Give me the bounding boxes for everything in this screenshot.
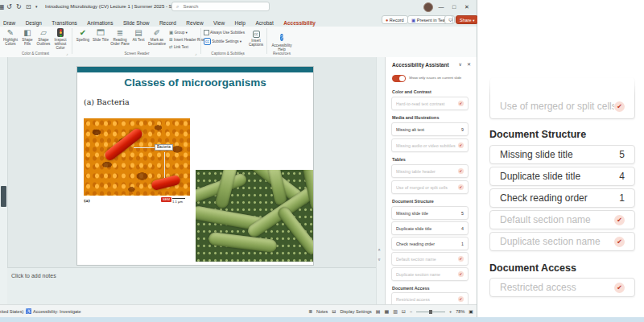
ribbon-tab-row: Draw Design Transitions Animations Slide… — [0, 14, 477, 27]
redo-icon[interactable]: ↻ — [16, 0, 22, 14]
mark-as-decorative-icon: ✐ — [147, 28, 167, 37]
notes-area[interactable]: Click to add notes — [7, 267, 376, 305]
insert-header-row-button[interactable]: ⊞ Insert Header Row — [169, 36, 204, 43]
slide-thumbnail[interactable] — [1, 186, 6, 207]
check-card[interactable]: Missing slide title 5 — [391, 206, 469, 220]
highlight-colors-button[interactable]: ✎ Highlight Colors — [2, 28, 19, 50]
slideshow-view-icon[interactable]: ⊡ — [402, 305, 406, 318]
display-settings[interactable]: Display Settings — [340, 305, 371, 318]
pane-close-icon[interactable]: ✕ — [467, 61, 471, 67]
spelling-button[interactable]: ✔ Spelling — [74, 28, 92, 50]
alt-text-button[interactable]: ▤ Alt Text — [131, 28, 146, 50]
check-label: Restricted access — [396, 297, 458, 302]
group-label-color-contrast: Color & Contrast — [10, 52, 61, 56]
share-button-label: Share — [460, 18, 472, 23]
check-label: Duplicate section name — [396, 272, 458, 277]
slide-sorter-view-icon[interactable]: ▦ — [385, 305, 390, 318]
label-leader-line — [164, 152, 165, 178]
shape-fills-icon: ◧ — [19, 28, 36, 37]
record-button[interactable]: ● Record — [382, 15, 408, 24]
slide-canvas[interactable]: Classes of microorganisms (a) Bacteria B… — [76, 66, 314, 266]
slide-bullet-text[interactable]: (a) Bacteria — [84, 97, 130, 106]
undo-icon[interactable]: ↺ — [6, 0, 12, 14]
check-card[interactable]: Duplicate section name ✔ — [391, 267, 469, 281]
check-label: Default section name — [396, 257, 458, 262]
normal-view-icon[interactable]: ▤ — [376, 305, 381, 318]
subtitle-settings-button[interactable]: cc Subtitle Settings ▾ — [204, 38, 242, 45]
issue-count: 4 — [461, 226, 464, 231]
issue-count: 5 — [461, 211, 464, 216]
group-button[interactable]: ▣ Group ▾ — [169, 29, 204, 36]
check-card[interactable]: Duplicate slide title 4 — [391, 221, 469, 235]
check-card[interactable]: Use of merged or split cells ✔ — [391, 180, 469, 194]
accessibility-help-label: Accessibility Help — [270, 43, 294, 52]
quick-access-more-icon[interactable]: ▾ — [35, 0, 38, 14]
bacteria-sem-orange-image[interactable]: Bacteria — [84, 118, 190, 196]
zoom-out-button[interactable]: − — [410, 305, 412, 318]
highlight-colors-icon: ✎ — [2, 28, 19, 37]
comments-button[interactable]: 🗩 — [444, 15, 453, 24]
check-label: Check reading order — [500, 192, 619, 204]
magnified-check-card[interactable]: Default section name ✔ — [489, 210, 635, 229]
search-input[interactable] — [181, 3, 257, 10]
bacteria-sem-green-image[interactable] — [196, 170, 313, 262]
accessibility-help-button[interactable]: ? Accessibility Help — [270, 28, 294, 50]
link-text-button[interactable]: ⇄ Link Text — [169, 43, 204, 51]
mark-as-decorative-button[interactable]: ✐ Mark as Decorative — [147, 28, 167, 50]
magnified-check-card[interactable]: Duplicate section name ✔ — [489, 232, 635, 251]
pane-collapse-icon[interactable]: ∨ — [459, 61, 462, 67]
next-slide-button[interactable]: » — [377, 258, 382, 261]
zoom-slider[interactable] — [416, 312, 445, 312]
screen-reader-dialog-launcher[interactable]: ⌟ — [195, 51, 196, 56]
color-contrast-dialog-launcher[interactable]: ⌟ — [66, 51, 68, 56]
fit-to-window-icon[interactable]: ▣ — [469, 305, 473, 318]
notes-toggle[interactable]: Notes — [316, 305, 328, 318]
avatar[interactable] — [423, 2, 433, 12]
search-box[interactable]: ⌕ — [171, 2, 270, 11]
magnified-check-card[interactable]: Missing slide title 5 — [489, 145, 635, 164]
close-button[interactable]: ✕ — [461, 0, 473, 14]
accessibility-status[interactable]: Accessibility: Investigate — [33, 305, 81, 318]
insert-captions-button[interactable]: cc Insert Captions — [248, 28, 264, 50]
magnified-check-card[interactable]: Check reading order 1 — [489, 188, 635, 208]
check-label: Restricted access — [500, 282, 614, 293]
present-from-beginning-icon[interactable]: ⊡ — [26, 0, 31, 14]
figure-sub-label: (a) — [84, 198, 90, 203]
callout-fade — [489, 68, 637, 95]
check-card[interactable]: Missing alt text 9 — [391, 122, 469, 136]
check-card[interactable]: Missing audio or video subtitles ✔ — [391, 138, 469, 152]
accessibility-assistant-pane: Accessibility Assistant ∨ ✕ Show only is… — [385, 57, 477, 304]
check-card[interactable]: Default section name ✔ — [391, 252, 469, 266]
notes-placeholder[interactable]: Click to add notes — [11, 273, 56, 279]
inspect-without-color-button[interactable]: Inspect without Color — [50, 28, 71, 50]
scale-text: 1.1 μm — [172, 200, 183, 204]
notes-toggle-icon: ≣ — [308, 305, 312, 318]
language-status[interactable]: English (United States) — [0, 305, 23, 318]
shape-fills-button[interactable]: ◧ Shape Fills — [19, 28, 36, 50]
document-title: Introducing Microbiology (CV) Lecture 1 … — [45, 0, 183, 14]
minimize-button[interactable]: — — [436, 0, 447, 14]
zoom-slider-thumb[interactable] — [429, 310, 432, 314]
maximize-button[interactable]: □ — [448, 0, 460, 14]
previous-slide-button[interactable]: « — [377, 249, 382, 251]
label-leader-line — [134, 147, 156, 148]
slide-title[interactable]: Classes of microorganisms — [77, 76, 313, 89]
magnified-check-card[interactable]: Restricted access ✔ — [489, 278, 635, 297]
reading-order-pane-button[interactable]: ≣ Reading Order Pane — [109, 28, 130, 50]
captions-dialog-launcher[interactable]: ⌟ — [242, 51, 243, 56]
zoom-level[interactable]: 78% — [456, 305, 464, 318]
slide-title-button[interactable]: 🗔 Slide Title — [92, 28, 109, 50]
check-card[interactable]: Hard-to-read text contrast ✔ — [391, 97, 469, 110]
bacterium-rod — [103, 126, 144, 162]
check-card[interactable]: Missing table header ✔ — [391, 164, 469, 178]
share-button[interactable]: Share ▾ — [456, 15, 478, 24]
bacterium-rod — [208, 232, 277, 253]
check-label: Duplicate slide title — [396, 226, 461, 231]
magnified-section-document-structure: Document Structure — [489, 129, 586, 140]
magnified-check-card[interactable]: Duplicate slide title 4 — [489, 167, 635, 186]
reading-view-icon[interactable]: ▥ — [393, 305, 398, 318]
always-use-subtitles-checkbox[interactable]: Always Use Subtitles — [204, 30, 245, 36]
zoom-in-button[interactable]: + — [449, 305, 452, 318]
current-slide-toggle[interactable] — [392, 75, 406, 82]
check-card[interactable]: Check reading order 1 — [391, 237, 469, 250]
